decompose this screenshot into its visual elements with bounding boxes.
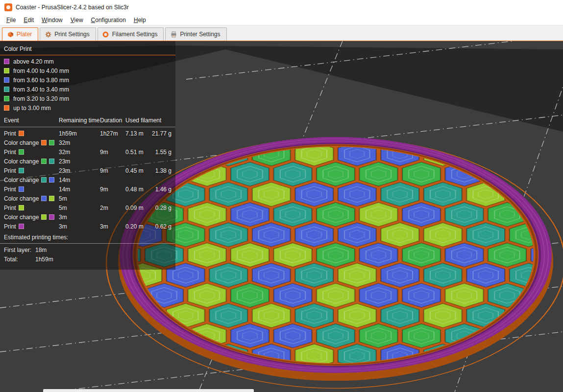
col-header-event: Event	[4, 117, 59, 124]
color-swatch	[49, 214, 54, 220]
total-time-row: Total: 1h59m	[4, 254, 172, 264]
color-print-legend: Color Print above 4.20 mmfrom 4.00 to 4.…	[0, 41, 175, 270]
legend-title-divider	[0, 55, 175, 55]
event-cell: Color change	[4, 214, 59, 221]
event-label: Print	[4, 205, 16, 211]
remaining-cell: 5m	[59, 205, 100, 211]
legend-range-row: above 4.20 mm	[4, 57, 172, 66]
color-swatch	[4, 59, 9, 64]
color-swatch	[41, 140, 47, 145]
used-filament-m-cell: 0.51 m	[125, 149, 148, 156]
event-row: Print32m9m0.51 m1.55 g	[4, 147, 172, 157]
remaining-cell: 3m	[59, 214, 100, 221]
menu-item-file[interactable]: File	[2, 15, 20, 25]
col-header-remaining-time: Remaining time	[59, 117, 100, 124]
remaining-cell: 1h59m	[59, 130, 100, 137]
used-filament-g-cell: 0.62 g	[148, 223, 172, 230]
remaining-cell: 14m	[59, 186, 100, 193]
event-row: Color change14m	[4, 175, 172, 184]
color-swatch	[49, 159, 54, 164]
event-row: Print5m2m0.09 m0.28 g	[4, 203, 172, 212]
color-swatch	[49, 196, 54, 201]
duration-cell: 2m	[100, 205, 125, 211]
first-layer-label: First layer:	[4, 247, 35, 254]
menu-item-window[interactable]: Window	[38, 15, 67, 25]
duration-cell: 9m	[100, 167, 125, 174]
color-swatch	[4, 68, 9, 73]
color-swatch	[4, 105, 9, 111]
menu-item-view[interactable]: View	[67, 15, 87, 25]
event-cell: Print	[4, 149, 59, 156]
event-row: Print14m9m0.48 m1.46 g	[4, 184, 172, 194]
menu-item-help[interactable]: Help	[130, 15, 150, 25]
event-label: Color change	[4, 139, 39, 146]
color-swatch	[4, 96, 9, 101]
range-label: up to 3.00 mm	[13, 105, 51, 112]
legend-range-row: up to 3.00 mm	[4, 103, 172, 113]
printer-icon	[170, 31, 177, 38]
used-filament-m-cell: 0.09 m	[125, 205, 148, 211]
legend-range-row: from 3.40 to 3.40 mm	[4, 85, 172, 94]
col-header-used-filament: Used filament	[125, 117, 172, 124]
used-filament-g-cell: 0.28 g	[148, 205, 172, 211]
event-row: Color change5m	[4, 194, 172, 203]
total-label: Total:	[4, 256, 35, 263]
event-row: Color change32m	[4, 138, 172, 147]
remaining-cell: 32m	[59, 149, 100, 156]
legend-range-row: from 3.60 to 3.80 mm	[4, 75, 172, 85]
range-label: from 3.60 to 3.80 mm	[13, 77, 69, 84]
legend-range-row: from 4.00 to 4.00 mm	[4, 66, 172, 75]
spool-icon	[102, 31, 109, 38]
event-cell: Print	[4, 223, 59, 230]
app-window: Coaster - PrusaSlicer-2.4.2 based on Sli…	[0, 0, 563, 392]
menu-item-configuration[interactable]: Configuration	[87, 15, 130, 25]
range-label: from 4.00 to 4.00 mm	[13, 68, 69, 74]
menu-bar: FileEditWindowViewConfigurationHelp	[0, 15, 563, 25]
remaining-cell: 14m	[59, 177, 100, 184]
first-layer-value: 18m	[35, 247, 47, 254]
table-header-divider	[0, 127, 175, 127]
tab-plater[interactable]: Plater	[2, 27, 38, 41]
event-label: Print	[4, 186, 16, 193]
col-header-duration: Duration	[100, 117, 125, 124]
title-bar: Coaster - PrusaSlicer-2.4.2 based on Sli…	[0, 0, 563, 15]
tab-label: Printer Settings	[180, 31, 220, 38]
tab-printer-settings[interactable]: Printer Settings	[165, 27, 226, 41]
used-filament-m-cell: 0.20 m	[125, 223, 148, 230]
event-cell: Color change	[4, 177, 59, 184]
range-label: from 3.20 to 3.20 mm	[13, 95, 69, 102]
event-cell: Print	[4, 130, 59, 137]
event-row: Print1h59m1h27m7.13 m21.77 g	[4, 129, 172, 138]
event-row: Color change3m	[4, 212, 172, 222]
tab-label: Plater	[17, 31, 32, 38]
used-filament-g-cell: 21.77 g	[148, 130, 172, 137]
remaining-cell: 32m	[59, 139, 100, 146]
duration-cell: 3m	[100, 223, 125, 230]
event-table-header: EventRemaining timeDurationUsed filament	[4, 115, 172, 125]
duration-cell: 9m	[100, 186, 125, 193]
duration-cell: 1h27m	[100, 130, 125, 137]
used-filament-m-cell: 0.48 m	[125, 186, 148, 193]
event-cell: Color change	[4, 195, 59, 202]
menu-item-edit[interactable]: Edit	[20, 15, 38, 25]
event-label: Color change	[4, 158, 39, 165]
color-swatch	[49, 177, 54, 183]
estimated-times-divider	[0, 243, 175, 244]
color-swatch	[41, 214, 47, 220]
used-filament-g-cell: 1.55 g	[148, 149, 172, 156]
color-swatch	[19, 205, 24, 210]
window-title: Coaster - PrusaSlicer-2.4.2 based on Sli…	[16, 4, 129, 11]
tab-print-settings[interactable]: Print Settings	[40, 27, 96, 41]
range-label: from 3.40 to 3.40 mm	[13, 86, 69, 93]
remaining-cell: 5m	[59, 195, 100, 202]
tab-filament-settings[interactable]: Filament Settings	[98, 27, 164, 41]
duration-cell: 9m	[100, 149, 125, 156]
used-filament-m-cell: 0.45 m	[125, 167, 148, 174]
event-table-rows: Print1h59m1h27m7.13 m21.77 gColor change…	[4, 129, 172, 231]
legend-title: Color Print	[4, 45, 172, 53]
tab-label: Filament Settings	[112, 31, 158, 38]
color-swatch	[19, 186, 24, 192]
event-cell: Print	[4, 205, 59, 211]
event-label: Color change	[4, 214, 39, 221]
viewport-3d[interactable]: Color Print above 4.20 mmfrom 4.00 to 4.…	[0, 41, 563, 392]
